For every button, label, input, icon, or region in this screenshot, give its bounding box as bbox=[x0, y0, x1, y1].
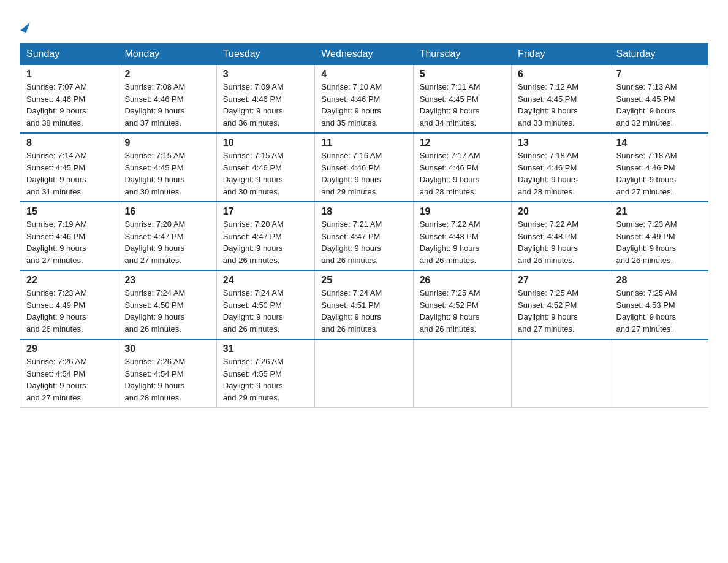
day-number: 23 bbox=[124, 275, 210, 286]
calendar-cell: 25Sunrise: 7:24 AMSunset: 4:51 PMDayligh… bbox=[315, 270, 413, 339]
day-number: 27 bbox=[518, 275, 603, 286]
calendar-table: SundayMondayTuesdayWednesdayThursdayFrid… bbox=[20, 43, 708, 408]
calendar-cell bbox=[610, 339, 708, 408]
calendar-cell: 1Sunrise: 7:07 AMSunset: 4:46 PMDaylight… bbox=[20, 65, 118, 134]
day-number: 3 bbox=[223, 69, 308, 80]
day-number: 29 bbox=[26, 343, 112, 354]
header-friday: Friday bbox=[512, 44, 610, 65]
header-monday: Monday bbox=[118, 44, 216, 65]
header-saturday: Saturday bbox=[610, 44, 708, 65]
calendar-cell: 2Sunrise: 7:08 AMSunset: 4:46 PMDaylight… bbox=[118, 65, 216, 134]
day-detail: Sunrise: 7:11 AMSunset: 4:45 PMDaylight:… bbox=[420, 81, 505, 129]
day-number: 10 bbox=[223, 137, 308, 148]
page-header bbox=[20, 15, 708, 32]
day-detail: Sunrise: 7:10 AMSunset: 4:46 PMDaylight:… bbox=[321, 81, 406, 129]
day-number: 13 bbox=[518, 137, 603, 148]
calendar-cell bbox=[315, 339, 413, 408]
calendar-cell: 15Sunrise: 7:19 AMSunset: 4:46 PMDayligh… bbox=[20, 202, 118, 270]
day-detail: Sunrise: 7:22 AMSunset: 4:48 PMDaylight:… bbox=[420, 218, 505, 266]
calendar-cell: 10Sunrise: 7:15 AMSunset: 4:46 PMDayligh… bbox=[216, 133, 314, 202]
calendar-week-row: 22Sunrise: 7:23 AMSunset: 4:49 PMDayligh… bbox=[20, 270, 708, 339]
calendar-cell: 22Sunrise: 7:23 AMSunset: 4:49 PMDayligh… bbox=[20, 270, 118, 339]
calendar-cell: 9Sunrise: 7:15 AMSunset: 4:45 PMDaylight… bbox=[118, 133, 216, 202]
day-number: 20 bbox=[518, 206, 603, 217]
day-detail: Sunrise: 7:18 AMSunset: 4:46 PMDaylight:… bbox=[518, 150, 603, 197]
day-number: 17 bbox=[223, 206, 308, 217]
day-number: 26 bbox=[420, 275, 505, 286]
calendar-cell: 7Sunrise: 7:13 AMSunset: 4:45 PMDaylight… bbox=[610, 65, 708, 134]
calendar-cell: 31Sunrise: 7:26 AMSunset: 4:55 PMDayligh… bbox=[216, 339, 314, 408]
day-detail: Sunrise: 7:15 AMSunset: 4:46 PMDaylight:… bbox=[223, 150, 308, 197]
day-detail: Sunrise: 7:17 AMSunset: 4:46 PMDaylight:… bbox=[420, 150, 505, 197]
day-number: 18 bbox=[321, 206, 406, 217]
day-detail: Sunrise: 7:15 AMSunset: 4:45 PMDaylight:… bbox=[124, 150, 210, 197]
day-detail: Sunrise: 7:24 AMSunset: 4:50 PMDaylight:… bbox=[124, 287, 210, 335]
day-number: 22 bbox=[26, 275, 112, 286]
day-detail: Sunrise: 7:21 AMSunset: 4:47 PMDaylight:… bbox=[321, 218, 406, 266]
day-detail: Sunrise: 7:08 AMSunset: 4:46 PMDaylight:… bbox=[124, 81, 210, 129]
day-number: 1 bbox=[26, 69, 112, 80]
day-detail: Sunrise: 7:20 AMSunset: 4:47 PMDaylight:… bbox=[223, 218, 308, 266]
day-detail: Sunrise: 7:09 AMSunset: 4:46 PMDaylight:… bbox=[223, 81, 308, 129]
day-number: 19 bbox=[420, 206, 505, 217]
calendar-week-row: 15Sunrise: 7:19 AMSunset: 4:46 PMDayligh… bbox=[20, 202, 708, 270]
calendar-cell: 23Sunrise: 7:24 AMSunset: 4:50 PMDayligh… bbox=[118, 270, 216, 339]
day-detail: Sunrise: 7:13 AMSunset: 4:45 PMDaylight:… bbox=[616, 81, 702, 129]
header-thursday: Thursday bbox=[413, 44, 511, 65]
day-number: 6 bbox=[518, 69, 603, 80]
day-detail: Sunrise: 7:23 AMSunset: 4:49 PMDaylight:… bbox=[26, 287, 112, 335]
calendar-week-row: 8Sunrise: 7:14 AMSunset: 4:45 PMDaylight… bbox=[20, 133, 708, 202]
logo-triangle-icon bbox=[20, 20, 30, 33]
calendar-cell: 28Sunrise: 7:25 AMSunset: 4:53 PMDayligh… bbox=[610, 270, 708, 339]
calendar-week-row: 29Sunrise: 7:26 AMSunset: 4:54 PMDayligh… bbox=[20, 339, 708, 408]
day-detail: Sunrise: 7:25 AMSunset: 4:53 PMDaylight:… bbox=[616, 287, 702, 335]
logo-general-row bbox=[20, 17, 28, 32]
calendar-cell: 21Sunrise: 7:23 AMSunset: 4:49 PMDayligh… bbox=[610, 202, 708, 270]
calendar-cell: 14Sunrise: 7:18 AMSunset: 4:46 PMDayligh… bbox=[610, 133, 708, 202]
calendar-cell: 27Sunrise: 7:25 AMSunset: 4:52 PMDayligh… bbox=[512, 270, 610, 339]
calendar-cell: 24Sunrise: 7:24 AMSunset: 4:50 PMDayligh… bbox=[216, 270, 314, 339]
calendar-cell bbox=[512, 339, 610, 408]
day-number: 5 bbox=[420, 69, 505, 80]
calendar-week-row: 1Sunrise: 7:07 AMSunset: 4:46 PMDaylight… bbox=[20, 65, 708, 134]
day-detail: Sunrise: 7:25 AMSunset: 4:52 PMDaylight:… bbox=[518, 287, 603, 335]
calendar-cell: 11Sunrise: 7:16 AMSunset: 4:46 PMDayligh… bbox=[315, 133, 413, 202]
day-detail: Sunrise: 7:14 AMSunset: 4:45 PMDaylight:… bbox=[26, 150, 112, 197]
calendar-cell: 8Sunrise: 7:14 AMSunset: 4:45 PMDaylight… bbox=[20, 133, 118, 202]
day-detail: Sunrise: 7:24 AMSunset: 4:51 PMDaylight:… bbox=[321, 287, 406, 335]
day-number: 14 bbox=[616, 137, 702, 148]
day-detail: Sunrise: 7:22 AMSunset: 4:48 PMDaylight:… bbox=[518, 218, 603, 266]
day-number: 30 bbox=[124, 343, 210, 354]
calendar-header-row: SundayMondayTuesdayWednesdayThursdayFrid… bbox=[20, 44, 708, 65]
calendar-cell: 13Sunrise: 7:18 AMSunset: 4:46 PMDayligh… bbox=[512, 133, 610, 202]
calendar-cell: 20Sunrise: 7:22 AMSunset: 4:48 PMDayligh… bbox=[512, 202, 610, 270]
day-detail: Sunrise: 7:25 AMSunset: 4:52 PMDaylight:… bbox=[420, 287, 505, 335]
day-number: 28 bbox=[616, 275, 702, 286]
day-detail: Sunrise: 7:24 AMSunset: 4:50 PMDaylight:… bbox=[223, 287, 308, 335]
day-number: 24 bbox=[223, 275, 308, 286]
day-number: 21 bbox=[616, 206, 702, 217]
calendar-cell: 6Sunrise: 7:12 AMSunset: 4:45 PMDaylight… bbox=[512, 65, 610, 134]
day-number: 4 bbox=[321, 69, 406, 80]
day-detail: Sunrise: 7:19 AMSunset: 4:46 PMDaylight:… bbox=[26, 218, 112, 266]
calendar-cell: 16Sunrise: 7:20 AMSunset: 4:47 PMDayligh… bbox=[118, 202, 216, 270]
calendar-cell: 12Sunrise: 7:17 AMSunset: 4:46 PMDayligh… bbox=[413, 133, 511, 202]
calendar-cell: 30Sunrise: 7:26 AMSunset: 4:54 PMDayligh… bbox=[118, 339, 216, 408]
day-number: 11 bbox=[321, 137, 406, 148]
day-number: 31 bbox=[223, 343, 308, 354]
calendar-cell: 18Sunrise: 7:21 AMSunset: 4:47 PMDayligh… bbox=[315, 202, 413, 270]
day-number: 7 bbox=[616, 69, 702, 80]
day-detail: Sunrise: 7:16 AMSunset: 4:46 PMDaylight:… bbox=[321, 150, 406, 197]
day-number: 12 bbox=[420, 137, 505, 148]
day-number: 9 bbox=[124, 137, 210, 148]
day-number: 16 bbox=[124, 206, 210, 217]
calendar-cell: 4Sunrise: 7:10 AMSunset: 4:46 PMDaylight… bbox=[315, 65, 413, 134]
calendar-cell bbox=[413, 339, 511, 408]
day-detail: Sunrise: 7:07 AMSunset: 4:46 PMDaylight:… bbox=[26, 81, 112, 129]
header-wednesday: Wednesday bbox=[315, 44, 413, 65]
calendar-cell: 5Sunrise: 7:11 AMSunset: 4:45 PMDaylight… bbox=[413, 65, 511, 134]
calendar-cell: 17Sunrise: 7:20 AMSunset: 4:47 PMDayligh… bbox=[216, 202, 314, 270]
day-detail: Sunrise: 7:26 AMSunset: 4:54 PMDaylight:… bbox=[26, 356, 112, 404]
day-detail: Sunrise: 7:18 AMSunset: 4:46 PMDaylight:… bbox=[616, 150, 702, 197]
day-detail: Sunrise: 7:23 AMSunset: 4:49 PMDaylight:… bbox=[616, 218, 702, 266]
